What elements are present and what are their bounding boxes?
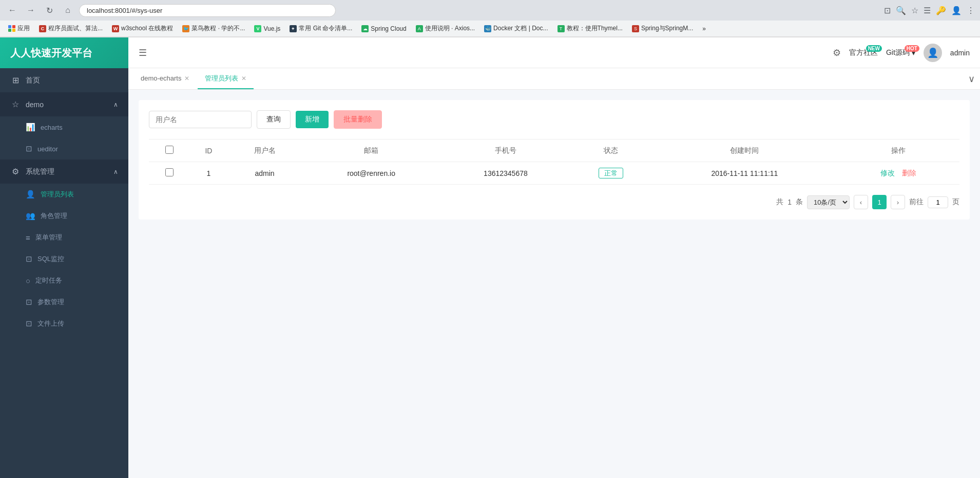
content: 查询 新增 批量删除 ID 用户名 邮箱 手机号 状态 创 [128,90,980,478]
settings-icon: ⚙ [833,47,841,58]
sidebar-logo-text: 人人快速开发平台 [10,46,92,60]
settings-button[interactable]: ⚙ [833,47,841,58]
params-icon: ⊡ [26,297,32,307]
menu-mgmt-icon: ≡ [26,233,30,242]
header-menu-button[interactable]: ☰ [139,47,147,58]
bookmark-apps[interactable]: 应用 [4,23,34,34]
col-username: 用户名 [228,140,302,162]
bookmark-8[interactable]: 🐳 Docker 文档 | Doc... [480,23,552,34]
bookmark-9[interactable]: T 教程：使用Thymel... [553,23,627,34]
bookmark-6-label: Spring Cloud [371,25,406,32]
role-icon: 👥 [26,211,35,221]
sidebar-item-sql[interactable]: ⊡ SQL监控 [0,248,128,270]
main-area: ☰ ⚙ 官方社区 NEW Git源码 HOT ▾ 👤 admin [128,37,980,478]
col-id: ID [189,140,227,162]
table-body: 1 admin root@renren.io 13612345678 正常 20… [149,162,959,185]
bookmark-9-label: 教程：使用Thymel... [567,24,623,33]
translate-icon[interactable]: ⊡ [884,6,891,15]
search-icon[interactable]: 🔍 [896,6,906,15]
tab-demo-echarts-label: demo-echarts [141,74,181,82]
sidebar-item-home[interactable]: ⊞ 首页 [0,68,128,92]
delete-link[interactable]: 删除 [902,169,916,177]
col-checkbox [149,140,189,162]
profile-icon[interactable]: 👤 [951,6,962,15]
sql-icon: ⊡ [26,254,32,264]
next-page-button[interactable]: › [891,195,905,209]
bookmark-4-label: Vue.js [263,25,280,32]
col-created-time: 创建时间 [651,140,837,162]
batch-delete-button[interactable]: 批量删除 [334,110,382,129]
pagination: 共 1 条 10条/页 20条/页 50条/页 ‹ 1 › 前往 页 [149,195,959,209]
tabs-more-button[interactable]: ∨ [968,73,975,85]
sidebar-item-demo[interactable]: ☆ demo ∧ [0,92,128,116]
content-card: 查询 新增 批量删除 ID 用户名 邮箱 手机号 状态 创 [139,100,970,220]
sidebar-item-params[interactable]: ⊡ 参数管理 [0,291,128,313]
sidebar-logo: 人人快速开发平台 [0,37,128,68]
back-button[interactable]: ← [5,3,20,17]
row-email: root@renren.io [301,162,441,185]
git-badge: HOT [905,45,919,52]
key-icon[interactable]: 🔑 [936,6,946,15]
bookmark-1[interactable]: C 程序员面试、算法... [35,23,107,34]
tab-demo-echarts[interactable]: demo-echarts ✕ [133,69,197,88]
bookmark-7[interactable]: A 使用说明 · Axios... [412,23,479,34]
sidebar-item-ueditor[interactable]: ⊡ ueditor [0,138,128,160]
tab-demo-echarts-close[interactable]: ✕ [184,75,189,82]
git-link[interactable]: Git源码 HOT ▾ [886,48,915,57]
per-page-select[interactable]: 10条/页 20条/页 50条/页 [807,195,850,209]
tab-user-list-label: 管理员列表 [205,74,238,83]
bookmark-5[interactable]: ✦ 常用 Git 命令清单... [285,23,356,34]
select-all-checkbox[interactable] [165,146,174,154]
search-button[interactable]: 查询 [257,110,291,129]
sidebar-item-upload[interactable]: ⊡ 文件上传 [0,313,128,334]
prev-page-button[interactable]: ‹ [854,195,868,209]
bookmark-10[interactable]: S Spring与SpringM... [628,23,697,34]
demo-arrow-icon: ∧ [113,101,118,108]
system-icon: ⚙ [10,167,21,176]
sidebar-item-echarts[interactable]: 📊 echarts [0,116,128,138]
tabs-bar: demo-echarts ✕ 管理员列表 ✕ ∨ [128,68,980,90]
sidebar-item-role[interactable]: 👥 角色管理 [0,205,128,227]
system-arrow-icon: ∧ [113,168,118,175]
username-search-input[interactable] [149,111,252,128]
col-status: 状态 [570,140,652,162]
total-prefix: 共 [776,197,783,207]
col-email: 邮箱 [301,140,441,162]
sidebar-item-sql-label: SQL监控 [37,254,64,264]
forward-button[interactable]: → [24,3,38,17]
address-bar[interactable]: localhost:8001/#/sys-user [79,4,336,17]
sidebar-item-cron[interactable]: ○ 定时任务 [0,270,128,291]
bookmark-3[interactable]: 🐦 菜鸟教程 · 学的不... [178,23,249,34]
bookmark-3-label: 菜鸟教程 · 学的不... [191,24,245,33]
more-icon[interactable]: ⋮ [967,6,975,15]
community-link[interactable]: 官方社区 NEW [849,48,878,57]
star-icon[interactable]: ☆ [911,6,918,15]
sidebar-item-system[interactable]: ⚙ 系统管理 ∧ [0,160,128,184]
header-right: ⚙ 官方社区 NEW Git源码 HOT ▾ 👤 admin [833,44,970,62]
sidebar-item-user-list-label: 管理员列表 [41,190,74,199]
username-label[interactable]: admin [950,49,970,57]
user-avatar[interactable]: 👤 [924,44,942,62]
home-button[interactable]: ⌂ [61,3,75,17]
bookmark-6[interactable]: ☁ Spring Cloud [357,24,410,34]
sidebar-item-role-label: 角色管理 [41,211,67,221]
tab-user-list-close[interactable]: ✕ [241,75,246,82]
bookmark-more[interactable]: » [698,24,710,34]
cron-icon: ○ [26,276,30,285]
bookmark-7-label: 使用说明 · Axios... [425,24,475,33]
user-table: ID 用户名 邮箱 手机号 状态 创建时间 操作 1 [149,139,959,185]
row-checkbox[interactable] [165,168,174,176]
browser-chrome: ← → ↻ ⌂ localhost:8001/#/sys-user ⊡ 🔍 ☆ … [0,0,980,37]
bookmark-4[interactable]: V Vue.js [250,24,284,34]
refresh-button[interactable]: ↻ [42,3,56,17]
sidebar-menu: ⊞ 首页 ☆ demo ∧ 📊 echarts ⊡ ueditor ⚙ 系统管理 [0,68,128,478]
goto-page-input[interactable] [928,196,948,208]
sidebar-item-user-list[interactable]: 👤 管理员列表 [0,184,128,205]
sidebar-item-menu[interactable]: ≡ 菜单管理 [0,227,128,248]
sidebar-item-cron-label: 定时任务 [35,276,62,285]
add-button[interactable]: 新增 [296,111,329,128]
menu-icon[interactable]: ☰ [924,6,931,15]
edit-link[interactable]: 修改 [880,169,895,177]
bookmark-2[interactable]: W w3school 在线教程 [108,23,177,34]
tab-user-list[interactable]: 管理员列表 ✕ [198,69,254,89]
